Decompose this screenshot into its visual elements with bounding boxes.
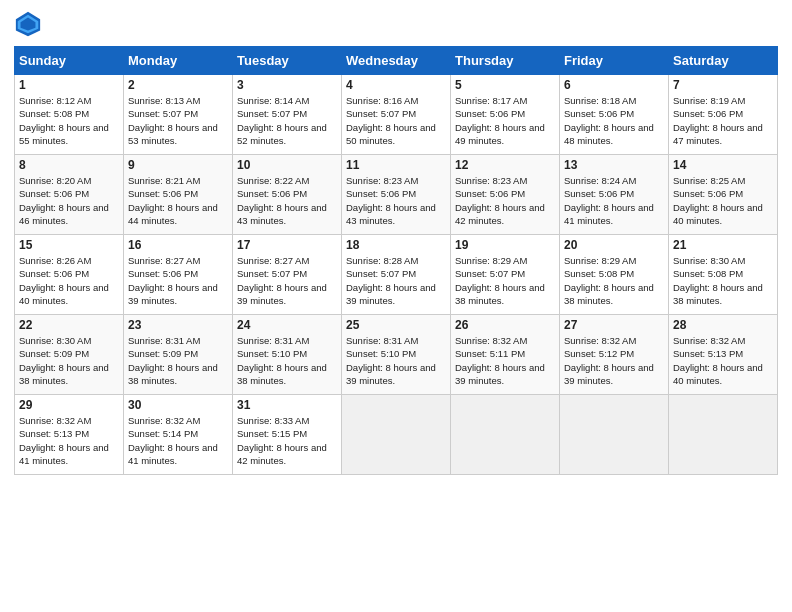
day-number: 8 [19, 158, 119, 172]
day-cell: 28 Sunrise: 8:32 AM Sunset: 5:13 PM Dayl… [669, 315, 778, 395]
day-number: 23 [128, 318, 228, 332]
day-info: Sunrise: 8:30 AM Sunset: 5:08 PM Dayligh… [673, 254, 773, 307]
day-info: Sunrise: 8:23 AM Sunset: 5:06 PM Dayligh… [346, 174, 446, 227]
col-wednesday: Wednesday [342, 47, 451, 75]
week-row: 22 Sunrise: 8:30 AM Sunset: 5:09 PM Dayl… [15, 315, 778, 395]
day-info: Sunrise: 8:16 AM Sunset: 5:07 PM Dayligh… [346, 94, 446, 147]
day-info: Sunrise: 8:32 AM Sunset: 5:12 PM Dayligh… [564, 334, 664, 387]
header-row: Sunday Monday Tuesday Wednesday Thursday… [15, 47, 778, 75]
day-cell: 21 Sunrise: 8:30 AM Sunset: 5:08 PM Dayl… [669, 235, 778, 315]
day-number: 31 [237, 398, 337, 412]
calendar-table: Sunday Monday Tuesday Wednesday Thursday… [14, 46, 778, 475]
day-cell: 1 Sunrise: 8:12 AM Sunset: 5:08 PM Dayli… [15, 75, 124, 155]
day-number: 12 [455, 158, 555, 172]
day-cell: 22 Sunrise: 8:30 AM Sunset: 5:09 PM Dayl… [15, 315, 124, 395]
header [14, 10, 778, 38]
day-info: Sunrise: 8:26 AM Sunset: 5:06 PM Dayligh… [19, 254, 119, 307]
day-info: Sunrise: 8:14 AM Sunset: 5:07 PM Dayligh… [237, 94, 337, 147]
day-info: Sunrise: 8:30 AM Sunset: 5:09 PM Dayligh… [19, 334, 119, 387]
day-number: 2 [128, 78, 228, 92]
empty-cell [451, 395, 560, 475]
week-row: 8 Sunrise: 8:20 AM Sunset: 5:06 PM Dayli… [15, 155, 778, 235]
day-cell: 31 Sunrise: 8:33 AM Sunset: 5:15 PM Dayl… [233, 395, 342, 475]
day-cell: 10 Sunrise: 8:22 AM Sunset: 5:06 PM Dayl… [233, 155, 342, 235]
day-info: Sunrise: 8:21 AM Sunset: 5:06 PM Dayligh… [128, 174, 228, 227]
day-number: 19 [455, 238, 555, 252]
day-info: Sunrise: 8:32 AM Sunset: 5:13 PM Dayligh… [19, 414, 119, 467]
day-cell: 24 Sunrise: 8:31 AM Sunset: 5:10 PM Dayl… [233, 315, 342, 395]
day-number: 25 [346, 318, 446, 332]
day-info: Sunrise: 8:19 AM Sunset: 5:06 PM Dayligh… [673, 94, 773, 147]
empty-cell [669, 395, 778, 475]
day-number: 26 [455, 318, 555, 332]
day-info: Sunrise: 8:12 AM Sunset: 5:08 PM Dayligh… [19, 94, 119, 147]
day-number: 30 [128, 398, 228, 412]
day-info: Sunrise: 8:13 AM Sunset: 5:07 PM Dayligh… [128, 94, 228, 147]
day-cell: 26 Sunrise: 8:32 AM Sunset: 5:11 PM Dayl… [451, 315, 560, 395]
day-cell: 6 Sunrise: 8:18 AM Sunset: 5:06 PM Dayli… [560, 75, 669, 155]
col-saturday: Saturday [669, 47, 778, 75]
day-number: 11 [346, 158, 446, 172]
week-row: 15 Sunrise: 8:26 AM Sunset: 5:06 PM Dayl… [15, 235, 778, 315]
day-number: 21 [673, 238, 773, 252]
day-cell: 20 Sunrise: 8:29 AM Sunset: 5:08 PM Dayl… [560, 235, 669, 315]
day-cell: 29 Sunrise: 8:32 AM Sunset: 5:13 PM Dayl… [15, 395, 124, 475]
day-number: 20 [564, 238, 664, 252]
empty-cell [560, 395, 669, 475]
day-number: 3 [237, 78, 337, 92]
day-number: 10 [237, 158, 337, 172]
day-number: 17 [237, 238, 337, 252]
day-info: Sunrise: 8:27 AM Sunset: 5:07 PM Dayligh… [237, 254, 337, 307]
day-cell: 14 Sunrise: 8:25 AM Sunset: 5:06 PM Dayl… [669, 155, 778, 235]
day-info: Sunrise: 8:18 AM Sunset: 5:06 PM Dayligh… [564, 94, 664, 147]
day-info: Sunrise: 8:23 AM Sunset: 5:06 PM Dayligh… [455, 174, 555, 227]
day-info: Sunrise: 8:33 AM Sunset: 5:15 PM Dayligh… [237, 414, 337, 467]
logo [14, 10, 44, 38]
col-friday: Friday [560, 47, 669, 75]
main-container: Sunday Monday Tuesday Wednesday Thursday… [0, 0, 792, 485]
day-cell: 19 Sunrise: 8:29 AM Sunset: 5:07 PM Dayl… [451, 235, 560, 315]
day-info: Sunrise: 8:22 AM Sunset: 5:06 PM Dayligh… [237, 174, 337, 227]
day-info: Sunrise: 8:25 AM Sunset: 5:06 PM Dayligh… [673, 174, 773, 227]
day-cell: 4 Sunrise: 8:16 AM Sunset: 5:07 PM Dayli… [342, 75, 451, 155]
day-cell: 23 Sunrise: 8:31 AM Sunset: 5:09 PM Dayl… [124, 315, 233, 395]
day-number: 6 [564, 78, 664, 92]
col-thursday: Thursday [451, 47, 560, 75]
day-cell: 3 Sunrise: 8:14 AM Sunset: 5:07 PM Dayli… [233, 75, 342, 155]
day-number: 18 [346, 238, 446, 252]
day-cell: 12 Sunrise: 8:23 AM Sunset: 5:06 PM Dayl… [451, 155, 560, 235]
week-row: 29 Sunrise: 8:32 AM Sunset: 5:13 PM Dayl… [15, 395, 778, 475]
day-info: Sunrise: 8:29 AM Sunset: 5:08 PM Dayligh… [564, 254, 664, 307]
empty-cell [342, 395, 451, 475]
day-number: 24 [237, 318, 337, 332]
day-info: Sunrise: 8:28 AM Sunset: 5:07 PM Dayligh… [346, 254, 446, 307]
day-cell: 2 Sunrise: 8:13 AM Sunset: 5:07 PM Dayli… [124, 75, 233, 155]
day-cell: 30 Sunrise: 8:32 AM Sunset: 5:14 PM Dayl… [124, 395, 233, 475]
day-number: 16 [128, 238, 228, 252]
day-info: Sunrise: 8:31 AM Sunset: 5:10 PM Dayligh… [346, 334, 446, 387]
day-number: 22 [19, 318, 119, 332]
day-number: 9 [128, 158, 228, 172]
day-number: 29 [19, 398, 119, 412]
day-info: Sunrise: 8:27 AM Sunset: 5:06 PM Dayligh… [128, 254, 228, 307]
day-number: 5 [455, 78, 555, 92]
day-number: 7 [673, 78, 773, 92]
day-cell: 25 Sunrise: 8:31 AM Sunset: 5:10 PM Dayl… [342, 315, 451, 395]
day-info: Sunrise: 8:32 AM Sunset: 5:13 PM Dayligh… [673, 334, 773, 387]
day-info: Sunrise: 8:31 AM Sunset: 5:10 PM Dayligh… [237, 334, 337, 387]
day-number: 14 [673, 158, 773, 172]
col-monday: Monday [124, 47, 233, 75]
day-number: 4 [346, 78, 446, 92]
day-number: 27 [564, 318, 664, 332]
day-cell: 11 Sunrise: 8:23 AM Sunset: 5:06 PM Dayl… [342, 155, 451, 235]
day-cell: 9 Sunrise: 8:21 AM Sunset: 5:06 PM Dayli… [124, 155, 233, 235]
day-cell: 17 Sunrise: 8:27 AM Sunset: 5:07 PM Dayl… [233, 235, 342, 315]
col-tuesday: Tuesday [233, 47, 342, 75]
day-number: 28 [673, 318, 773, 332]
day-info: Sunrise: 8:29 AM Sunset: 5:07 PM Dayligh… [455, 254, 555, 307]
day-cell: 7 Sunrise: 8:19 AM Sunset: 5:06 PM Dayli… [669, 75, 778, 155]
day-cell: 13 Sunrise: 8:24 AM Sunset: 5:06 PM Dayl… [560, 155, 669, 235]
day-info: Sunrise: 8:24 AM Sunset: 5:06 PM Dayligh… [564, 174, 664, 227]
day-info: Sunrise: 8:31 AM Sunset: 5:09 PM Dayligh… [128, 334, 228, 387]
day-cell: 8 Sunrise: 8:20 AM Sunset: 5:06 PM Dayli… [15, 155, 124, 235]
